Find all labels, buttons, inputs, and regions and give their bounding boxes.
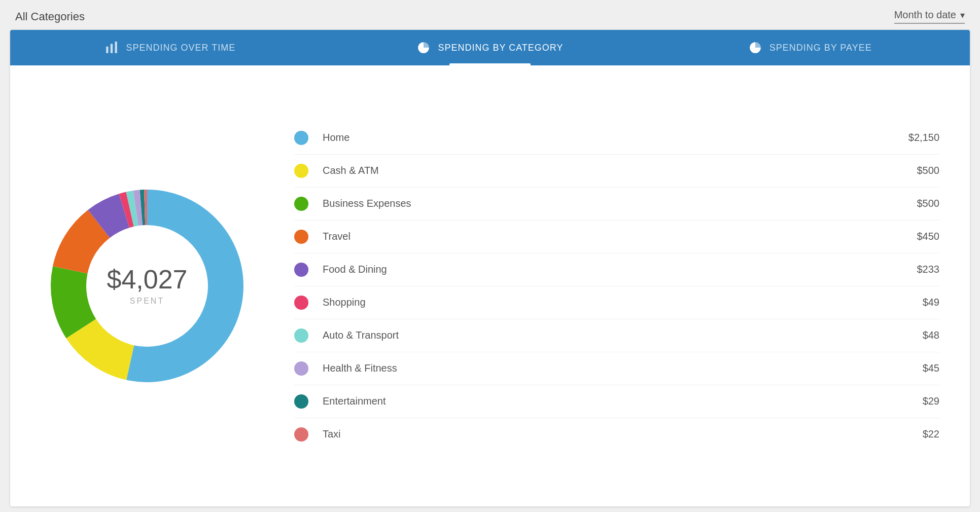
top-bar: All Categories Month to date ▾ xyxy=(10,0,970,30)
legend-item-name: Travel xyxy=(323,231,894,242)
legend-dot-cash-&-atm xyxy=(294,164,308,178)
donut-chart: $4,027 SPENT xyxy=(41,179,254,392)
tab-spending-over-time-label: SPENDING OVER TIME xyxy=(126,43,235,53)
page-wrapper: All Categories Month to date ▾ SPENDING … xyxy=(0,0,980,512)
legend-dot-travel xyxy=(294,230,308,244)
legend-item-value: $45 xyxy=(894,362,939,374)
legend-dot-auto-&-transport xyxy=(294,328,308,343)
legend-dot-food-&-dining xyxy=(294,263,308,277)
legend-item-name: Food & Dining xyxy=(323,264,894,275)
chevron-down-icon: ▾ xyxy=(960,10,965,21)
legend-item-name: Auto & Transport xyxy=(323,330,894,341)
legend-item-name: Cash & ATM xyxy=(323,165,894,176)
legend-item[interactable]: Health & Fitness$45 xyxy=(294,352,939,385)
legend-dot-health-&-fitness xyxy=(294,361,308,376)
legend-dot-home xyxy=(294,131,308,145)
legend-dot-shopping xyxy=(294,296,308,310)
legend-item[interactable]: Taxi$22 xyxy=(294,418,939,451)
legend-item-name: Entertainment xyxy=(323,395,894,407)
legend-item-value: $48 xyxy=(894,330,939,341)
pie-chart-payee-icon xyxy=(748,41,762,55)
legend-item-value: $450 xyxy=(894,231,939,242)
legend-item-value: $22 xyxy=(894,428,939,440)
tab-spending-by-category[interactable]: SPENDING BY CATEGORY xyxy=(330,30,650,65)
card-body: $4,027 SPENT Home$2,150Cash & ATM$500Bus… xyxy=(10,65,970,506)
legend-dot-entertainment xyxy=(294,394,308,409)
legend-item[interactable]: Cash & ATM$500 xyxy=(294,155,939,188)
legend-item-value: $29 xyxy=(894,395,939,407)
legend-dot-business-expenses xyxy=(294,197,308,211)
legend-item-name: Health & Fitness xyxy=(323,362,894,374)
legend-item[interactable]: Business Expenses$500 xyxy=(294,188,939,221)
pie-chart-category-icon xyxy=(416,41,431,55)
legend-item[interactable]: Entertainment$29 xyxy=(294,385,939,418)
legend-item[interactable]: Home$2,150 xyxy=(294,122,939,155)
legend-item[interactable]: Auto & Transport$48 xyxy=(294,319,939,352)
legend-item-value: $49 xyxy=(894,297,939,308)
legend-item-name: Business Expenses xyxy=(323,198,894,209)
legend-item[interactable]: Shopping$49 xyxy=(294,286,939,319)
tab-spending-by-payee[interactable]: SPENDING BY PAYEE xyxy=(650,30,970,65)
legend-dot-taxi xyxy=(294,427,308,442)
month-dropdown-label: Month to date xyxy=(894,9,956,21)
svg-rect-2 xyxy=(115,42,117,53)
legend-item-value: $500 xyxy=(894,198,939,209)
tabs-bar: SPENDING OVER TIME SPENDING BY CATEGORY xyxy=(10,30,970,65)
main-card: SPENDING OVER TIME SPENDING BY CATEGORY xyxy=(10,30,970,506)
svg-rect-1 xyxy=(111,44,113,53)
tab-spending-by-category-label: SPENDING BY CATEGORY xyxy=(438,43,563,53)
category-legend: Home$2,150Cash & ATM$500Business Expense… xyxy=(294,122,939,451)
legend-item[interactable]: Travel$450 xyxy=(294,221,939,253)
legend-item-name: Taxi xyxy=(323,428,894,440)
legend-item-name: Shopping xyxy=(323,297,894,308)
legend-item-value: $233 xyxy=(894,264,939,275)
all-categories-label: All Categories xyxy=(15,10,85,23)
legend-item[interactable]: Food & Dining$233 xyxy=(294,253,939,286)
legend-item-value: $2,150 xyxy=(894,132,939,143)
tab-spending-over-time[interactable]: SPENDING OVER TIME xyxy=(10,30,330,65)
bar-chart-icon xyxy=(104,41,119,55)
legend-item-value: $500 xyxy=(894,165,939,176)
tab-spending-by-payee-label: SPENDING BY PAYEE xyxy=(769,43,872,53)
svg-rect-0 xyxy=(107,47,109,53)
month-to-date-dropdown[interactable]: Month to date ▾ xyxy=(894,9,965,24)
legend-item-name: Home xyxy=(323,132,894,143)
